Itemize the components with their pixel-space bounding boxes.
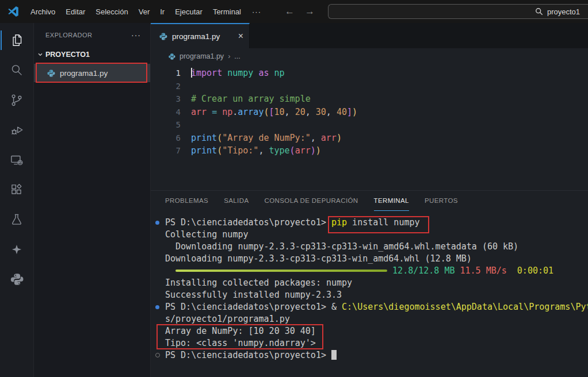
line-number: 2 xyxy=(151,80,181,93)
terminal-line: 12.8/12.8 MB 11.5 MB/s 0:00:01 xyxy=(165,265,588,277)
title-bar: ArchivoEditarSelecciónVerIrEjecutarTermi… xyxy=(0,0,588,23)
sparkle-icon xyxy=(9,242,24,257)
vscode-window: ArchivoEditarSelecciónVerIrEjecutarTermi… xyxy=(0,0,588,377)
breadcrumb[interactable]: programa1.py › ... xyxy=(151,48,588,64)
menu-terminal[interactable]: Terminal xyxy=(208,5,246,18)
panel-tab-salida[interactable]: SALIDA xyxy=(224,191,249,211)
source-control-icon xyxy=(9,93,24,107)
code-line-4: 4arr = np.array([10, 20, 30, 40]) xyxy=(151,106,588,119)
line-number: 3 xyxy=(151,93,181,106)
menu-editar[interactable]: Editar xyxy=(60,5,90,18)
sidebar-section-proyecto1[interactable]: PROYECTO1 xyxy=(34,49,150,60)
main-area: EXPLORADOR ··· PROYECTO1 programa1.py xyxy=(0,23,588,377)
line-number: 6 xyxy=(151,132,181,145)
editor-column: programa1.py × programa1.py › ... 1impor… xyxy=(151,23,588,377)
terminal-line: Array de NumPy: [10 20 30 40] xyxy=(165,325,588,337)
beaker-icon xyxy=(9,212,24,227)
activitybar-search[interactable] xyxy=(1,55,33,85)
code-text: print("Array de NumPy:", arr) xyxy=(191,132,342,145)
search-icon xyxy=(535,7,543,16)
sidebar-more-actions-button[interactable]: ··· xyxy=(131,30,141,40)
activitybar-copilot[interactable] xyxy=(1,234,33,264)
search-icon xyxy=(9,63,24,78)
line-number: 7 xyxy=(151,144,181,157)
nav-back-button[interactable]: ← xyxy=(280,6,300,17)
terminal-line: Tipo: <class 'numpy.ndarray'> xyxy=(165,337,588,349)
run-debug-icon xyxy=(9,122,24,137)
line-number: 4 xyxy=(151,106,181,119)
activitybar-extensions[interactable] xyxy=(1,175,33,205)
command-success-dot xyxy=(155,305,159,309)
menu-bar: ArchivoEditarSelecciónVerIrEjecutarTermi… xyxy=(25,5,246,18)
activitybar-python[interactable] xyxy=(1,264,33,294)
terminal-line: Successfully installed numpy-2.3.3 xyxy=(165,289,588,301)
tab-close-icon[interactable]: × xyxy=(238,32,243,41)
vscode-logo-icon xyxy=(7,5,20,18)
code-line-6: 6print("Array de NumPy:", arr) xyxy=(151,132,588,145)
code-lines: 1import numpy as np23# Crear un array si… xyxy=(151,67,588,157)
menu-ver[interactable]: Ver xyxy=(133,5,155,18)
tab-label: programa1.py xyxy=(172,32,220,41)
code-text: print("Tipo:", type(arr)) xyxy=(191,144,321,157)
code-text: arr = np.array([10, 20, 30, 40]) xyxy=(191,106,357,119)
python-file-icon xyxy=(47,69,55,78)
terminal-line: Collecting numpy xyxy=(165,229,588,241)
activitybar-explorer[interactable] xyxy=(1,25,33,55)
python-icon xyxy=(9,272,24,287)
code-line-7: 7print("Tipo:", type(arr)) xyxy=(151,144,588,157)
activity-bar xyxy=(0,23,34,377)
pip-progress-bar xyxy=(175,270,387,272)
menu-seleccio-n[interactable]: Selección xyxy=(90,5,133,18)
search-value: proyecto1 xyxy=(547,7,580,16)
activitybar-run-debug[interactable] xyxy=(1,115,33,145)
activitybar-remote-explorer[interactable] xyxy=(1,145,33,175)
panel-tab-problemas[interactable]: PROBLEMAS xyxy=(165,191,208,211)
menu-archivo[interactable]: Archivo xyxy=(25,5,60,18)
activitybar-source-control[interactable] xyxy=(1,85,33,115)
sidebar-header: EXPLORADOR ··· xyxy=(34,23,150,44)
command-success-dot xyxy=(155,221,159,225)
line-number: 5 xyxy=(151,118,181,132)
line-number: 1 xyxy=(151,67,181,80)
terminal[interactable]: PS D:\cienciadedatos\proyecto1> pip inst… xyxy=(151,211,588,377)
extensions-icon xyxy=(9,182,24,197)
chevron-down-icon xyxy=(37,51,44,58)
terminal-line: Installing collected packages: numpy xyxy=(165,277,588,289)
code-editor[interactable]: 1import numpy as np23# Crear un array si… xyxy=(151,64,588,190)
terminal-lines: PS D:\cienciadedatos\proyecto1> pip inst… xyxy=(165,217,588,361)
terminal-line: PS D:\cienciadedatos\proyecto1> xyxy=(165,349,588,361)
sidebar-section-label: PROYECTO1 xyxy=(45,51,90,59)
nav-forward-button[interactable]: → xyxy=(300,6,320,17)
command-center-search[interactable]: proyecto1 xyxy=(328,4,588,19)
files-icon xyxy=(9,33,24,48)
code-line-5: 5 xyxy=(151,118,588,132)
sidebar-file-label: programa1.py xyxy=(60,69,108,78)
sidebar-title: EXPLORADOR xyxy=(45,32,92,39)
prompt-circle-decoration xyxy=(155,353,160,357)
terminal-line: PS D:\cienciadedatos\proyecto1> pip inst… xyxy=(165,217,588,229)
terminal-cursor xyxy=(331,350,337,360)
remote-explorer-icon xyxy=(9,152,24,167)
code-text: import numpy as np xyxy=(191,67,285,80)
sidebar-item-programa1[interactable]: programa1.py xyxy=(34,64,150,82)
breadcrumb-file: programa1.py xyxy=(180,52,224,60)
panel-tab-terminal[interactable]: TERMINAL xyxy=(374,191,409,211)
python-file-icon xyxy=(168,53,175,60)
terminal-line: Downloading numpy-2.3.3-cp313-cp313-win_… xyxy=(165,241,588,253)
panel-tab-consola-de-depuracio-n[interactable]: CONSOLA DE DEPURACIÓN xyxy=(265,191,358,211)
breadcrumb-more: ... xyxy=(234,52,240,60)
python-file-icon xyxy=(159,32,167,41)
activitybar-testing[interactable] xyxy=(1,205,33,234)
breadcrumb-separator: › xyxy=(228,52,230,60)
tab-strip: programa1.py × xyxy=(151,23,588,48)
code-line-1: 1import numpy as np xyxy=(151,67,588,80)
menu-ejecutar[interactable]: Ejecutar xyxy=(170,5,208,18)
tab-programa1[interactable]: programa1.py × xyxy=(151,23,250,48)
terminal-line: Downloading numpy-2.3.3-cp313-cp313-win_… xyxy=(165,253,588,265)
panel-tabs: PROBLEMASSALIDACONSOLA DE DEPURACIÓNTERM… xyxy=(151,191,588,211)
panel-tab-puertos[interactable]: PUERTOS xyxy=(425,191,458,211)
code-line-3: 3# Crear un array simple xyxy=(151,93,588,106)
menu-overflow-button[interactable]: ··· xyxy=(246,5,267,18)
code-line-2: 2 xyxy=(151,80,588,93)
menu-ir[interactable]: Ir xyxy=(155,5,170,18)
